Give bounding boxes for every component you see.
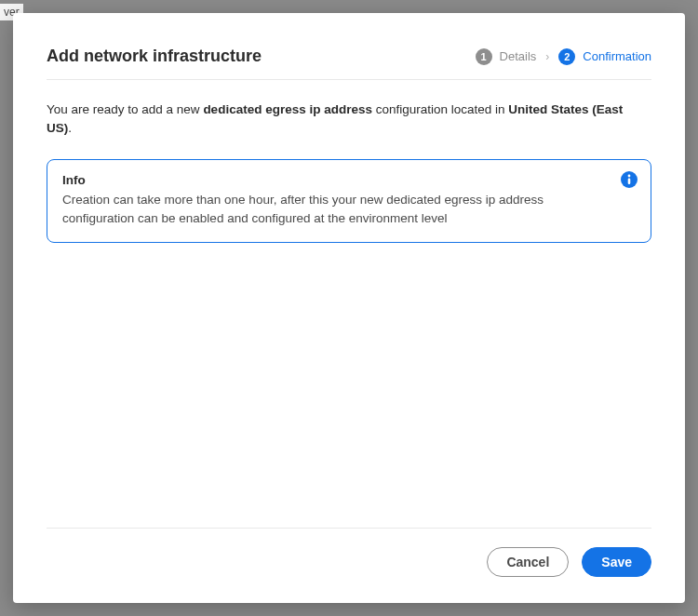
info-body: Creation can take more than one hour, af…	[62, 191, 610, 227]
step-number: 1	[476, 48, 492, 65]
step-details[interactable]: 1 Details	[476, 48, 537, 65]
dialog-spacer	[47, 243, 651, 528]
intro-middle: configuration located in	[372, 102, 508, 116]
step-confirmation[interactable]: 2 Confirmation	[558, 48, 651, 65]
wizard-steps: 1 Details › 2 Confirmation	[476, 48, 651, 65]
confirmation-text: You are ready to add a new dedicated egr…	[47, 100, 651, 137]
intro-prefix: You are ready to add a new	[47, 102, 203, 116]
dialog-title: Add network infrastructure	[47, 47, 262, 66]
info-callout: Info Creation can take more than one hou…	[47, 159, 651, 243]
save-button[interactable]: Save	[582, 547, 651, 577]
chevron-right-icon: ›	[545, 50, 549, 63]
step-number: 2	[558, 48, 575, 65]
svg-rect-2	[628, 179, 631, 184]
dialog-header: Add network infrastructure 1 Details › 2…	[47, 47, 651, 80]
info-icon	[621, 171, 638, 188]
add-network-dialog: Add network infrastructure 1 Details › 2…	[13, 13, 685, 603]
step-label: Confirmation	[583, 49, 651, 63]
footer-divider	[47, 528, 651, 529]
intro-suffix: .	[68, 121, 72, 135]
svg-point-1	[628, 175, 631, 178]
info-title: Info	[62, 173, 610, 187]
config-type: dedicated egress ip address	[203, 102, 372, 116]
step-label: Details	[500, 49, 537, 63]
cancel-button[interactable]: Cancel	[487, 547, 569, 577]
dialog-actions: Cancel Save	[47, 547, 651, 577]
